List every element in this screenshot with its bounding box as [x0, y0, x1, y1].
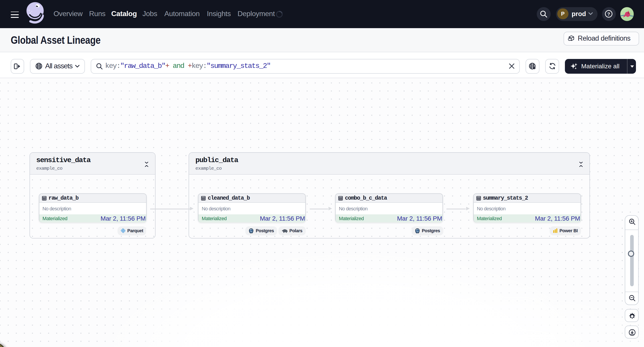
svg-text:?: ? [607, 11, 610, 16]
